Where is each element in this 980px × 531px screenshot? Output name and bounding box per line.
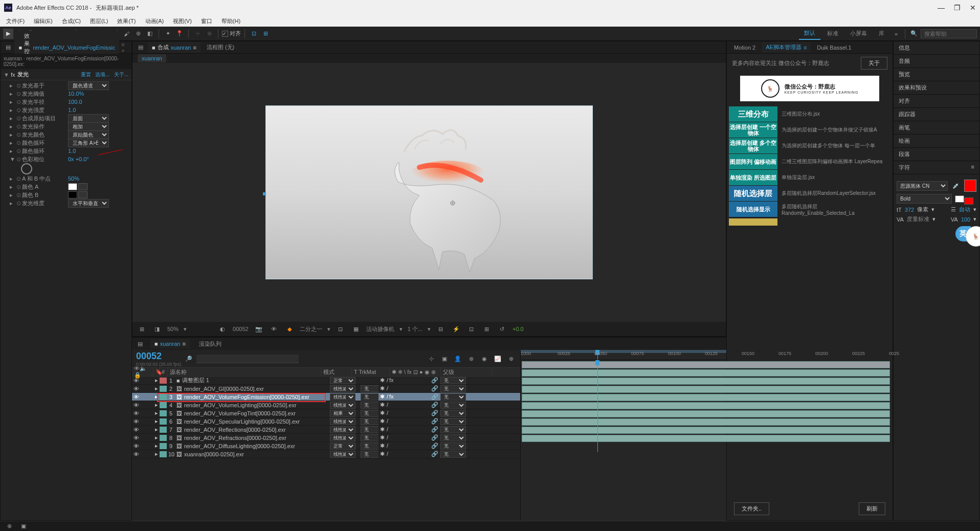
motion2-tab[interactable]: Motion 2	[730, 43, 760, 52]
leading-value[interactable]: 自动	[959, 206, 970, 213]
menu-item[interactable]: 合成(C)	[58, 16, 85, 26]
effect-prop-value[interactable]: 50%	[68, 175, 79, 182]
lut-icon[interactable]: ◐	[217, 324, 228, 334]
right-panel-tab[interactable]: 音频	[894, 55, 979, 68]
channels-icon[interactable]: ◨	[152, 324, 162, 334]
menu-item[interactable]: 帮助(H)	[217, 16, 244, 26]
motion-blur-icon[interactable]: ◉	[479, 353, 489, 364]
effect-prop-value[interactable]: 1.0	[68, 148, 76, 154]
current-timecode[interactable]: 00052	[136, 351, 181, 362]
timeline-layer[interactable]: 👁 ▸ 10 🖼xuanran[0000-0250].exr 线性减淡 无 ✱/…	[132, 450, 520, 458]
layer-bar[interactable]	[522, 410, 890, 417]
timeline-layer[interactable]: 👁 ▸ 9 🖼render_AOV_DiffuseLighting[0000-0…	[132, 442, 520, 450]
layer-bar[interactable]	[522, 402, 890, 409]
script-button[interactable]: 图层阵列 偏移动画	[729, 154, 777, 169]
script-button[interactable]: 随机选择显示	[729, 202, 777, 217]
scripts-about-button[interactable]: 关于	[861, 57, 887, 70]
effect-header[interactable]: ▼ fx 发光 重置 选项... 关于...	[1, 69, 131, 80]
comp-flow-icon[interactable]: ⊞	[482, 324, 492, 334]
effect-prop-dropdown[interactable]: 相加	[68, 122, 109, 131]
menu-item[interactable]: 文件(F)	[2, 16, 29, 26]
effect-prop-dropdown[interactable]: 原始颜色	[68, 130, 109, 139]
menu-item[interactable]: 效果(T)	[113, 16, 140, 26]
workspace-default[interactable]: 默认	[799, 27, 820, 40]
status-icon-2[interactable]: ▣	[18, 521, 29, 532]
right-panel-tab[interactable]: 段落	[894, 148, 979, 161]
effect-prop-value[interactable]: 100.0	[68, 99, 82, 105]
menu-item[interactable]: 动画(A)	[141, 16, 168, 26]
reset-exposure-icon[interactable]: ↺	[497, 324, 507, 334]
eyedropper-icon[interactable]: 💉	[951, 181, 961, 191]
options-link[interactable]: 选项...	[95, 71, 109, 78]
workspace-standard[interactable]: 标准	[822, 28, 843, 39]
snap-inside-icon[interactable]: ⊞	[260, 29, 271, 39]
local-axis-icon[interactable]: ⊹	[192, 29, 203, 39]
render-queue-tab[interactable]: 渲染队列	[195, 339, 226, 349]
resolution-dd[interactable]: 二分之一	[300, 325, 322, 333]
layer-bar[interactable]	[522, 386, 890, 393]
stroke-swatch[interactable]	[955, 195, 964, 203]
effect-prop-value[interactable]: 10.0%	[68, 91, 84, 97]
layer-bar[interactable]	[522, 418, 890, 426]
zoom-value[interactable]: 50%	[167, 326, 179, 332]
script-button[interactable]: 选择层创建 多个空物体	[729, 138, 777, 153]
comp-tab[interactable]: ■合成 xuanran ≡	[148, 42, 201, 53]
timeline-layer[interactable]: 👁 ▸ 7 🖼render_AOV_Reflections[0000-0250]…	[132, 426, 520, 434]
frame-blend-icon[interactable]: ⊗	[466, 353, 476, 364]
transparency-icon[interactable]: ▦	[351, 324, 361, 334]
frame-value[interactable]: 00052	[233, 326, 249, 332]
timeline-search-input[interactable]	[196, 355, 299, 363]
color-swatch[interactable]	[68, 191, 77, 198]
script-mgr-tab[interactable]: AE脚本管理器 ≡	[762, 42, 811, 53]
workspace-small[interactable]: 小屏幕	[845, 28, 872, 39]
timeline-layer[interactable]: 👁 ▸ 1 ■调整图层 1 正常 ✱/fx 🔗无	[132, 377, 520, 385]
timeline-comp-tab[interactable]: ■ xuanran ≡	[150, 339, 190, 348]
effect-prop-dropdown[interactable]: 后面	[68, 114, 109, 123]
layer-bar[interactable]	[522, 435, 890, 442]
layer-bar[interactable]	[522, 361, 890, 368]
status-icon-1[interactable]: ⊕	[4, 521, 14, 532]
exposure-value[interactable]: +0.0	[513, 326, 524, 332]
selection-tool-icon[interactable]: ▶	[3, 29, 13, 39]
character-panel-header[interactable]: 字符≡	[894, 161, 979, 174]
timeline-layer[interactable]: 👁 ▸ 8 🖼render_AOV_Refractions[0000-0250]…	[132, 434, 520, 442]
camera-dd[interactable]: 活动摄像机	[366, 325, 394, 333]
fill-color-swatch[interactable]	[964, 180, 976, 192]
minimize-icon[interactable]: —	[938, 4, 945, 12]
snapshot-icon[interactable]: 📷	[254, 324, 264, 334]
color-swatch[interactable]	[68, 183, 77, 190]
maximize-icon[interactable]: ❐	[954, 4, 961, 12]
views-dd[interactable]: 1 个...	[408, 325, 422, 333]
snap-checkbox[interactable]	[222, 31, 228, 37]
stamp-tool-icon[interactable]: ⊛	[133, 29, 143, 39]
hide-shy-icon[interactable]: 👤	[453, 353, 463, 364]
eraser-tool-icon[interactable]: ◧	[145, 29, 155, 39]
snap-edge-icon[interactable]: ⊡	[249, 29, 259, 39]
search-input[interactable]	[921, 29, 977, 38]
effect-prop-value[interactable]: 1.0	[68, 107, 76, 113]
roto-tool-icon[interactable]: ✦	[163, 29, 173, 39]
phase-dial[interactable]	[21, 163, 32, 174]
right-panel-tab[interactable]: 绘画	[894, 135, 979, 148]
comp-mini-icon[interactable]: ⊹	[426, 353, 436, 364]
timeline-layer[interactable]: 👁 ▸ 6 🖼render_AOV_SpecularLighting[0000-…	[132, 417, 520, 426]
right-panel-tab[interactable]: 信息	[894, 41, 979, 55]
brush-tool-icon[interactable]: 🖌	[121, 29, 131, 39]
graph-editor-icon[interactable]: 📈	[493, 353, 503, 364]
color-mgmt-icon[interactable]: ◆	[284, 324, 295, 334]
pixel-aspect-icon[interactable]: ⊟	[436, 324, 446, 334]
draft3d-icon[interactable]: ▣	[439, 353, 450, 364]
tracking-value[interactable]: 100	[961, 216, 970, 223]
timeline-layer[interactable]: 👁 ▸ 3 🖼render_AOV_VolumeFogEmission[0000…	[132, 393, 520, 401]
effect-prop-dropdown[interactable]: 水平和垂直	[68, 199, 109, 208]
refresh-button[interactable]: 刷新	[859, 502, 885, 515]
timeline-icon[interactable]: ⊡	[466, 324, 477, 334]
workspace-library[interactable]: 库	[874, 28, 889, 39]
layer-bar[interactable]	[522, 369, 890, 377]
font-weight-select[interactable]: Bold	[897, 194, 952, 204]
right-panel-tab[interactable]: 预览	[894, 68, 979, 81]
right-panel-tab[interactable]: 效果和预设	[894, 81, 979, 95]
panel-menu-icon[interactable]: ▤	[135, 339, 145, 349]
roi-icon[interactable]: ⊡	[336, 324, 346, 334]
effect-prop-dropdown[interactable]: 颜色通道	[68, 81, 109, 90]
